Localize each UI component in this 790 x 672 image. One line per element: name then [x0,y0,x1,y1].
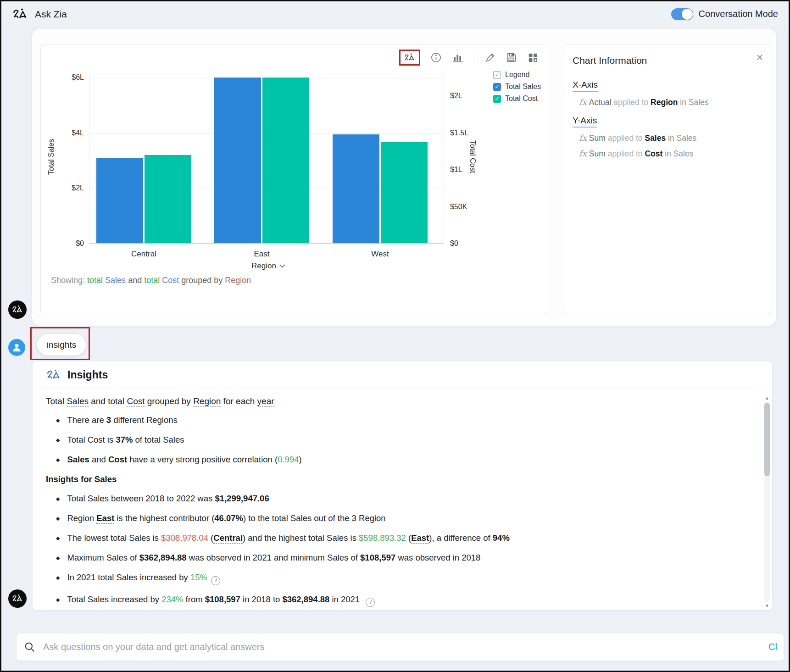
annotation-red-box-insights: insights [30,327,90,360]
text-segment: grouped by [145,396,193,406]
bullet-diamond-icon: ◆ [56,555,60,561]
text-segment: East [96,513,114,524]
bar-total-cost-west[interactable] [381,142,428,243]
left-axis-tick: $6L [72,73,84,82]
bullet-diamond-icon: ◆ [56,417,60,423]
question-composer: Cl [17,633,784,661]
text-segment: total [87,276,105,285]
bar-total-sales-central[interactable] [96,158,143,243]
series-checkbox[interactable]: ✓ [493,83,501,91]
chart-information-title: Chart Information [573,55,762,66]
right-axis-tick: $1L [450,166,462,174]
close-icon[interactable]: ✕ [756,52,763,63]
info-icon[interactable]: i [366,598,375,607]
scrollbar-thumb[interactable] [764,403,770,476]
edit-pencil-icon[interactable] [484,52,495,63]
text-segment: in 2021 [329,594,362,604]
text-segment: $1,299,947.06 [215,494,269,503]
text-segment: 94% [493,533,510,543]
right-axis-tick: $50K [450,203,467,211]
text-segment: $598,893.32 [359,533,406,543]
text-segment: ( [406,533,411,543]
text-segment: in Sales [662,149,693,158]
search-icon [24,641,36,653]
bar-total-sales-west[interactable] [333,134,379,243]
text-segment: in 2018 to [240,594,283,604]
x-axis-formula: fxActual applied to Region in Sales [579,97,762,107]
annotation-red-box-zia [399,50,420,66]
x-axis-title-dropdown[interactable]: Region [232,261,305,271]
text-segment: Actual [589,98,614,107]
info-icon[interactable] [430,52,442,63]
text-segment: $108,597 [205,594,240,604]
zia-insights-icon[interactable] [404,53,416,62]
chart-information-panel: ✕ Chart Information X-Axis fxActual appl… [563,44,772,315]
zia-avatar [8,300,27,319]
x-category-label: Central [107,250,181,259]
toggle-knob [682,9,693,20]
text-segment: Total Sales increased by [67,594,161,604]
left-axis-tick: $0 [76,239,84,248]
scrollbar[interactable]: ▲ ▼ [763,395,771,608]
text-segment: ), a difference of [429,533,493,543]
x-category-label: West [344,250,417,259]
text-segment: East [411,533,429,544]
composer-action-link[interactable]: Cl [768,642,777,652]
insight-bullet: ◆Total Cost is 37% of total Sales [46,434,740,445]
save-icon[interactable] [506,52,517,63]
legend-item-total-cost[interactable]: ✓Total Cost [493,94,541,103]
insights-title: Insights [67,369,108,381]
text-segment: Region [193,396,221,407]
insight-bullet: ◆The lowest total Sales is $308,978.04 (… [46,533,740,544]
scroll-down-icon[interactable]: ▼ [763,603,771,608]
text-segment: Sales [67,396,89,407]
series-label: Total Cost [505,94,538,103]
text-segment: is the highest contributor ( [114,513,214,523]
text-segment: The lowest total Sales is [67,533,161,543]
add-to-dashboard-icon[interactable] [527,52,539,63]
user-avatar [8,339,25,356]
y-axis-heading: Y-Axis [573,116,597,128]
bullet-diamond-icon: ◆ [56,597,60,602]
toolbar-divider [474,51,474,64]
text-segment: Total [46,396,67,406]
legend-checkbox[interactable]: ✓ [493,71,501,79]
text-segment: different Regions [111,415,178,425]
left-axis-tick: $4L [72,129,84,137]
insight-bullet: ◆There are 3 different Regions [46,415,740,426]
text-segment: Cost [645,149,662,158]
chart-card: Total Sales Total Cost Region $0$2L$4L$6… [40,44,548,315]
series-label: Total Sales [505,83,541,91]
text-segment: In 2021 total Sales increased by [67,572,190,582]
series-checkbox[interactable]: ✓ [493,95,501,103]
text-segment: 37% [116,435,133,444]
text-segment: grouped by [179,276,225,285]
chevron-down-icon [279,264,285,268]
scroll-up-icon[interactable]: ▲ [763,395,771,400]
zia-logo-icon [46,369,61,381]
chart-type-icon[interactable] [452,52,464,64]
text-segment: Total Sales between 2018 to 2022 was [67,494,215,503]
legend-toggle[interactable]: ✓ Legend [493,71,541,79]
text-segment: $108,597 [360,553,395,562]
insight-bullet: ◆Total Sales increased by 234% from $108… [46,594,740,607]
text-segment: Region [651,98,678,107]
text-segment: applied to [608,149,645,158]
left-axis-tick: $2L [72,184,84,192]
bar-total-cost-central[interactable] [145,155,191,243]
conversation-mode-toggle[interactable] [671,8,693,20]
text-segment: Region [67,513,96,523]
insights-query-summary: Total Sales and total Cost grouped by Re… [46,396,740,406]
question-input[interactable] [43,642,768,652]
legend-item-total-sales[interactable]: ✓Total Sales [493,83,541,91]
y-axis-formula-cost: fxSum applied to Cost in Sales [579,149,762,159]
text-segment: Maximum Sales of [67,553,139,562]
bar-total-cost-east[interactable] [262,78,309,243]
text-segment: of total Sales [133,435,184,444]
text-segment: was observed in 2021 and minimum Sales o… [187,553,360,562]
right-axis-tick: $2L [450,92,462,100]
bar-total-sales-east[interactable] [214,78,261,243]
info-icon[interactable]: i [211,576,220,585]
insight-bullet: ◆Sales and Cost have a very strong posit… [46,454,740,465]
bullet-diamond-icon: ◆ [56,575,60,580]
